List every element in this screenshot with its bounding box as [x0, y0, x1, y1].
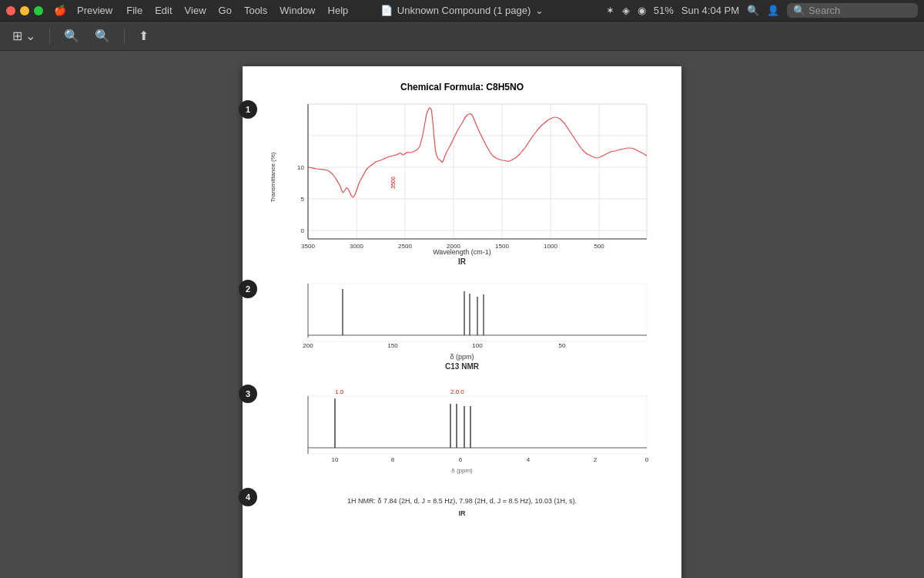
page-layout-button[interactable]: ⊞ ⌄	[8, 26, 40, 45]
menu-help[interactable]: Help	[328, 5, 349, 16]
svg-text:50: 50	[559, 342, 566, 349]
svg-text:100: 100	[472, 342, 483, 349]
volume-icon: ◉	[638, 5, 646, 16]
app-icon: 🍎	[54, 5, 66, 16]
app-name: Preview	[77, 5, 112, 16]
zoom-out-button[interactable]: 🔍	[59, 26, 84, 45]
minimize-button[interactable]	[20, 6, 29, 15]
section-number-2: 2	[239, 280, 257, 298]
1h-nmr-chart: 1.0 2.0.0 10 8 6 4	[266, 385, 654, 473]
document-page: Chemical Formula: C8H5NO 1	[243, 66, 681, 578]
svg-text:1500: 1500	[495, 243, 509, 250]
search-icon: 🔍	[793, 5, 805, 16]
svg-text:2500: 2500	[398, 243, 412, 250]
svg-text:2.0.0: 2.0.0	[450, 388, 464, 395]
chevron-down-icon[interactable]: ⌄	[535, 5, 544, 16]
c13-x-axis-label: δ (ppm)	[266, 353, 658, 361]
c13-chart-label: C13 NMR	[266, 362, 658, 371]
ir-chart-container: 0 5 10 Transmittance (%) 3500 3000 2500 …	[266, 100, 658, 266]
titlebar: 🍎 Preview File Edit View Go Tools Window…	[0, 0, 924, 22]
svg-text:0: 0	[301, 227, 305, 234]
user-icon[interactable]: 👤	[767, 5, 779, 16]
menu-view[interactable]: View	[185, 5, 206, 16]
svg-text:500: 500	[594, 243, 604, 250]
bluetooth-icon: ✶	[606, 5, 614, 16]
ir-label: IR	[281, 509, 643, 517]
svg-text:150: 150	[387, 342, 398, 349]
svg-text:0: 0	[645, 456, 649, 463]
titlebar-right: ✶ ◈ ◉ 51% Sun 4:04 PM 🔍 👤 🔍	[606, 3, 918, 18]
svg-text:6: 6	[459, 456, 463, 463]
toolbar: ⊞ ⌄ 🔍 🔍 ⬆	[0, 22, 924, 51]
c13-chart-container: 200 150 100 50 δ (ppm) C13 NMR	[266, 280, 658, 371]
svg-rect-40	[308, 396, 647, 454]
nmr-text-container: 1H NMR: δ 7.84 (2H, d, J = 8.5 Hz), 7.98…	[266, 488, 658, 523]
titlebar-left: 🍎 Preview File Edit View Go Tools Window…	[6, 5, 348, 16]
zoom-in-button[interactable]: 🔍	[90, 26, 115, 45]
svg-text:5: 5	[301, 196, 305, 203]
svg-text:2: 2	[594, 456, 598, 463]
svg-text:200: 200	[303, 342, 313, 349]
clock: Sun 4:04 PM	[681, 5, 739, 16]
svg-text:Transmittance (%): Transmittance (%)	[270, 152, 276, 202]
section-4-text: 4 1H NMR: δ 7.84 (2H, d, J = 8.5 Hz), 7.…	[266, 488, 658, 523]
page-title: Chemical Formula: C8H5NO	[266, 82, 658, 92]
svg-text:3500: 3500	[390, 176, 396, 189]
section-number-3: 3	[239, 385, 257, 403]
svg-text:1000: 1000	[544, 243, 557, 250]
section-number-1: 1	[239, 100, 257, 119]
svg-text:3500: 3500	[301, 243, 315, 250]
document-title: Unknown Compound (1 page)	[397, 5, 531, 16]
1h-x-axis-label: δ (ppm)	[266, 467, 658, 474]
battery-indicator: 51%	[654, 5, 674, 16]
main-content-area: Chemical Formula: C8H5NO 1	[0, 51, 924, 578]
section-2-c13nmr: 2 200 150 100 50	[266, 280, 658, 371]
menu-window[interactable]: Window	[280, 5, 315, 16]
section-3-1hnmr: 3 1.0 2.0.0	[266, 385, 658, 474]
ir-chart-label: IR	[266, 257, 658, 266]
menu-file[interactable]: File	[126, 5, 142, 16]
fullscreen-button[interactable]	[34, 6, 43, 15]
document-title-bar: 📄 Unknown Compound (1 page) ⌄	[380, 5, 544, 16]
section-number-4: 4	[239, 488, 257, 506]
close-button[interactable]	[6, 6, 15, 15]
svg-text:4: 4	[527, 456, 531, 463]
svg-text:1.0: 1.0	[335, 388, 344, 395]
menu-go[interactable]: Go	[219, 5, 232, 16]
menu-edit[interactable]: Edit	[155, 5, 172, 16]
menu-tools[interactable]: Tools	[244, 5, 267, 16]
wifi-icon: ◈	[622, 5, 630, 16]
1h-chart-container: 1.0 2.0.0 10 8 6 4	[266, 385, 658, 474]
svg-rect-0	[308, 104, 647, 239]
document-icon: 📄	[380, 5, 393, 16]
menu-bar: File Edit View Go Tools Window Help	[126, 5, 348, 16]
ir-spectrum-chart: 0 5 10 Transmittance (%) 3500 3000 2500 …	[266, 100, 654, 254]
search-bar[interactable]: 🔍	[787, 3, 918, 18]
section-1-ir: 1	[266, 100, 658, 266]
share-button[interactable]: ⬆	[134, 26, 153, 45]
svg-text:8: 8	[391, 456, 395, 463]
toolbar-divider-1	[49, 29, 50, 44]
toolbar-divider-2	[124, 29, 125, 44]
svg-text:10: 10	[332, 456, 339, 463]
c13-nmr-chart: 200 150 100 50	[266, 280, 654, 357]
search-input[interactable]	[808, 5, 909, 16]
svg-text:3000: 3000	[350, 243, 363, 250]
nmr-text-content: 1H NMR: δ 7.84 (2H, d, J = 8.5 Hz), 7.98…	[281, 497, 643, 505]
svg-text:10: 10	[297, 164, 304, 171]
spotlight-icon[interactable]: 🔍	[747, 5, 759, 16]
